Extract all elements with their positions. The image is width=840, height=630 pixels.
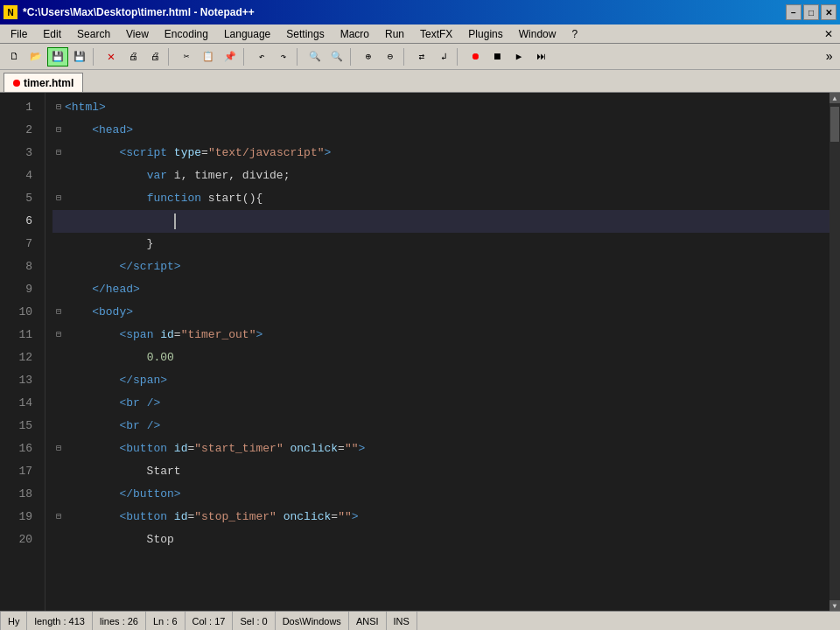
toolbar-paste[interactable]: 📌 <box>220 47 241 66</box>
toolbar-zoom-out[interactable]: ⊖ <box>380 47 401 66</box>
toolbar-print-now[interactable]: 🖨 <box>144 47 165 66</box>
status-bar: Hy length : 413 lines : 26 Ln : 6 Col : … <box>0 611 840 630</box>
toolbar-zoom-in[interactable]: ⊕ <box>358 47 379 66</box>
scrollbar[interactable]: ▲ ▼ <box>830 93 840 611</box>
status-hint: Hy <box>0 612 27 630</box>
fold-19: ⊟ <box>52 506 65 528</box>
menu-run[interactable]: Run <box>378 26 411 42</box>
line-numbers: 1 2 3 4 5 6 7 8 9 10 11 12 13 14 15 16 1… <box>0 93 46 611</box>
fold-7 <box>52 233 65 256</box>
minimize-button[interactable]: − <box>786 4 802 20</box>
menu-macro[interactable]: Macro <box>333 26 376 42</box>
tab-modified-dot <box>13 80 20 87</box>
toolbar-find-replace[interactable]: 🔍 <box>326 47 347 66</box>
line-num-9: 9 <box>0 278 38 301</box>
fold-6 <box>52 210 65 233</box>
line-num-2: 2 <box>0 119 38 142</box>
toolbar-sep1 <box>93 48 98 66</box>
fold-15 <box>52 415 65 438</box>
toolbar-record-start[interactable]: ⏺ <box>465 47 486 66</box>
scroll-track[interactable] <box>830 103 840 600</box>
fold-12 <box>52 346 65 369</box>
toolbar-sep3 <box>243 48 248 66</box>
line-num-19: 19 <box>0 506 38 528</box>
toolbar-print[interactable]: 🖨 <box>122 47 144 66</box>
line-num-17: 17 <box>0 460 38 483</box>
code-line-17: Start <box>52 460 830 483</box>
line-num-6: 6 <box>0 210 38 233</box>
code-line-12: 0.00 <box>52 346 830 369</box>
code-line-19: ⊟ <button id="stop_timer" onclick=""> <box>52 506 830 528</box>
status-ln: Ln : 6 <box>146 612 186 630</box>
fold-16: ⊟ <box>52 438 65 460</box>
code-line-10: ⊟ <body> <box>52 301 830 324</box>
fold-18 <box>52 483 65 506</box>
menu-language[interactable]: Language <box>217 26 277 42</box>
line-num-7: 7 <box>0 233 38 256</box>
toolbar-new[interactable]: 🗋 <box>4 47 24 66</box>
toolbar-save-all[interactable]: 💾 <box>69 47 90 66</box>
toolbar-copy[interactable]: 📋 <box>198 47 219 66</box>
menu-settings[interactable]: Settings <box>279 26 331 42</box>
fold-5: ⊟ <box>52 187 65 210</box>
toolbar-line-wrap[interactable]: ↲ <box>433 47 454 66</box>
line-num-3: 3 <box>0 142 38 164</box>
tab-bar: timer.html <box>0 70 840 93</box>
status-sel: Sel : 0 <box>233 612 275 630</box>
code-line-15: <br /> <box>52 415 830 438</box>
toolbar-sync-scroll[interactable]: ⇄ <box>411 47 432 66</box>
code-line-5: ⊟ function start(){ <box>52 187 830 210</box>
toolbar-record-save[interactable]: ⏭ <box>530 47 551 66</box>
code-line-2: ⊟ <head> <box>52 119 830 142</box>
tab-label: timer.html <box>24 77 74 89</box>
menu-search[interactable]: Search <box>70 26 117 42</box>
status-length: length : 413 <box>27 612 93 630</box>
code-line-9: </head> <box>52 278 830 301</box>
toolbar-extend[interactable]: » <box>822 50 836 64</box>
scroll-down-arrow[interactable]: ▼ <box>830 600 840 611</box>
code-line-6 <box>52 210 830 233</box>
maximize-button[interactable]: □ <box>803 4 819 20</box>
text-cursor <box>174 214 176 229</box>
menu-encoding[interactable]: Encoding <box>158 26 215 42</box>
code-line-16: ⊟ <button id="start_timer" onclick=""> <box>52 438 830 460</box>
code-area[interactable]: ⊟ <html> ⊟ <head> ⊟ <script type="text/j… <box>46 93 830 611</box>
fold-17 <box>52 460 65 483</box>
toolbar-find[interactable]: 🔍 <box>304 47 326 66</box>
line-num-15: 15 <box>0 415 38 438</box>
toolbar-close[interactable]: ✕ <box>101 47 122 66</box>
code-line-4: var i, timer, divide; <box>52 164 830 187</box>
scroll-thumb[interactable] <box>830 107 839 142</box>
toolbar-record-play[interactable]: ▶ <box>508 47 529 66</box>
toolbar-undo[interactable]: ↶ <box>251 47 272 66</box>
title-bar-controls: − □ ✕ <box>786 4 836 20</box>
line-num-11: 11 <box>0 324 38 346</box>
scroll-up-arrow[interactable]: ▲ <box>830 93 840 103</box>
menu-textfx[interactable]: TextFX <box>413 26 459 42</box>
line-num-10: 10 <box>0 301 38 324</box>
fold-20 <box>52 528 65 551</box>
toolbar-save[interactable]: 💾 <box>47 47 68 66</box>
app-icon: N <box>4 5 18 19</box>
toolbar-record-stop[interactable]: ⏹ <box>486 47 508 66</box>
menu-window[interactable]: Window <box>512 26 564 42</box>
tab-timer-html[interactable]: timer.html <box>4 73 83 92</box>
menu-close-btn[interactable]: ✕ <box>824 28 836 40</box>
close-button[interactable]: ✕ <box>821 4 836 20</box>
menu-edit[interactable]: Edit <box>36 26 68 42</box>
toolbar: 🗋 📂 💾 💾 ✕ 🖨 🖨 ✂ 📋 📌 ↶ ↷ 🔍 🔍 ⊕ ⊖ ⇄ ↲ ⏺ ⏹ … <box>0 44 840 70</box>
menu-file[interactable]: File <box>4 26 34 42</box>
code-line-8: </script> <box>52 256 830 278</box>
menu-help[interactable]: ? <box>564 26 584 42</box>
toolbar-cut[interactable]: ✂ <box>176 47 197 66</box>
fold-1: ⊟ <box>52 96 65 119</box>
fold-14 <box>52 392 65 415</box>
menu-plugins[interactable]: Plugins <box>461 26 509 42</box>
fold-8 <box>52 256 65 278</box>
editor[interactable]: 1 2 3 4 5 6 7 8 9 10 11 12 13 14 15 16 1… <box>0 93 840 611</box>
toolbar-open[interactable]: 📂 <box>25 47 46 66</box>
line-num-4: 4 <box>0 164 38 187</box>
toolbar-redo[interactable]: ↷ <box>273 47 294 66</box>
code-line-7: } <box>52 233 830 256</box>
menu-view[interactable]: View <box>119 26 156 42</box>
